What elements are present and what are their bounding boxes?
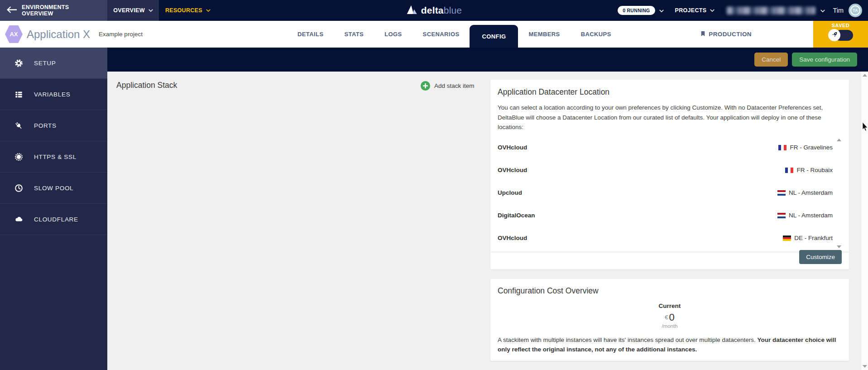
location-name: NL - Amsterdam: [789, 212, 833, 219]
chevron-down-icon: [710, 7, 715, 14]
plug-icon: [14, 121, 24, 130]
config-sidebar: SETUP VARIABLES PORTS HTTPS & SSL SLOW P…: [0, 48, 107, 370]
location-row[interactable]: OVHcloud FR - Gravelines: [498, 136, 833, 159]
brand-blue: blue: [444, 5, 462, 15]
user-initials: TA: [850, 5, 860, 15]
location-row[interactable]: OVHcloud DE - Frankfurt: [498, 227, 833, 250]
sidebar-item-variables[interactable]: VARIABLES: [0, 79, 107, 110]
deltablue-logo: deltablue: [406, 5, 462, 16]
tab-config[interactable]: CONFIG: [470, 25, 518, 48]
overview-menu[interactable]: OVERVIEW: [107, 0, 159, 21]
list-scroll-up-arrow-icon[interactable]: [837, 139, 841, 141]
location-row[interactable]: OVHcloud FR - Roubaix: [498, 159, 833, 182]
resources-menu[interactable]: RESOURCES: [165, 7, 211, 14]
app-name: Application X: [27, 28, 90, 41]
application-stack-title: Application Stack: [116, 81, 177, 90]
cloud-icon: [14, 215, 24, 224]
datacenter-card-title: Application Datacenter Location: [498, 87, 842, 97]
provider-name: OVHcloud: [498, 167, 527, 173]
location-name: FR - Roubaix: [796, 167, 833, 173]
overview-label: OVERVIEW: [113, 7, 145, 14]
certificate-icon: [14, 153, 24, 161]
top-nav: ENVIRONMENTS OVERVIEW OVERVIEW RESOURCES…: [0, 0, 868, 21]
deltablue-triangle-icon: [406, 5, 417, 16]
location-row[interactable]: Upcloud NL - Amsterdam: [498, 182, 833, 204]
chevron-down-icon: [659, 6, 664, 14]
datacenter-card-description: You can select a location according to y…: [498, 103, 842, 132]
saved-label: SAVED: [813, 23, 868, 28]
scrollbar-down-arrow-icon[interactable]: [863, 365, 867, 368]
running-status-menu[interactable]: 0 RUNNING: [618, 6, 663, 15]
sidebar-item-label: VARIABLES: [34, 91, 70, 98]
sidebar-item-label: SETUP: [34, 60, 56, 67]
sidebar-item-slow-pool[interactable]: SLOW POOL: [0, 173, 107, 204]
project-name: Example project: [99, 31, 143, 38]
configuration-cost-card: Configuration Cost Overview Current €0 /…: [490, 279, 849, 361]
scrollbar-up-arrow-icon[interactable]: [863, 74, 867, 77]
sidebar-item-https-ssl[interactable]: HTTPS & SSL: [0, 141, 107, 173]
save-configuration-button[interactable]: Save configuration: [792, 53, 857, 67]
cost-summary: Current €0 /month: [498, 303, 842, 329]
provider-name: DigitalOcean: [498, 212, 535, 219]
cost-period: /month: [498, 323, 842, 329]
cost-note-normal: A stackitem with multiple instances will…: [498, 336, 758, 343]
sidebar-item-label: CLOUDFLARE: [34, 216, 78, 223]
app-tabs: DETAILS STATS LOGS SCENARIOS CONFIG MEMB…: [287, 21, 622, 48]
currency-symbol: €: [665, 314, 668, 321]
clock-icon: [14, 184, 24, 192]
plus-icon: [421, 81, 430, 91]
top-nav-right: 0 RUNNING PROJECTS Tim TA: [618, 4, 868, 17]
sidebar-item-ports[interactable]: PORTS: [0, 110, 107, 141]
sidebar-item-setup[interactable]: SETUP: [0, 48, 107, 79]
user-avatar[interactable]: TA: [849, 4, 862, 17]
projects-menu[interactable]: PROJECTS: [675, 7, 715, 14]
sidebar-item-cloudflare[interactable]: CLOUDFLARE: [0, 204, 107, 235]
tab-scenarios[interactable]: SCENARIOS: [412, 21, 470, 48]
tab-backups[interactable]: BACKUPS: [571, 21, 622, 48]
provider-name: Upcloud: [498, 189, 522, 196]
tab-members[interactable]: MEMBERS: [518, 21, 570, 48]
location-name: DE - Frankfurt: [794, 235, 833, 241]
user-name: Tim: [833, 7, 844, 14]
list-scroll-down-arrow-icon[interactable]: [837, 245, 841, 248]
deploy-toggle[interactable]: [828, 29, 853, 41]
production-label: PRODUCTION: [709, 31, 752, 38]
toggle-knob: [828, 29, 840, 41]
main-content: Application Stack Add stack item Applica…: [107, 72, 868, 370]
chevron-down-icon: [820, 6, 825, 14]
list-divider: [490, 252, 849, 252]
cost-card-title: Configuration Cost Overview: [498, 286, 842, 296]
add-stack-item-button[interactable]: Add stack item: [421, 81, 475, 91]
saved-status-box: SAVED: [813, 21, 868, 48]
customize-button[interactable]: Customize: [799, 250, 842, 264]
rocket-icon: [829, 29, 840, 40]
sidebar-item-label: SLOW POOL: [34, 185, 73, 192]
environment-badge[interactable]: PRODUCTION: [700, 21, 752, 48]
brand-delta: delta: [421, 5, 444, 15]
cost-note: A stackitem with multiple instances will…: [498, 336, 842, 355]
app-header-bar: AX Application X Example project DETAILS…: [0, 21, 813, 48]
list-icon: [14, 90, 24, 99]
flag-nl-icon: [777, 190, 786, 196]
provider-name: OVHcloud: [498, 235, 527, 241]
tab-stats[interactable]: STATS: [334, 21, 374, 48]
location-name: FR - Gravelines: [790, 144, 833, 151]
location-name: NL - Amsterdam: [789, 189, 833, 196]
tab-logs[interactable]: LOGS: [374, 21, 412, 48]
datacenter-location-card: Application Datacenter Location You can …: [490, 80, 849, 269]
environments-overview-label: ENVIRONMENTS OVERVIEW: [22, 4, 101, 17]
location-row[interactable]: DigitalOcean NL - Amsterdam: [498, 204, 833, 227]
flag-fr-icon: [778, 145, 786, 150]
back-arrow-icon: [7, 6, 17, 14]
config-action-toolbar: Cancel Save configuration: [107, 48, 868, 72]
environments-overview-button[interactable]: ENVIRONMENTS OVERVIEW: [0, 0, 107, 21]
cancel-button[interactable]: Cancel: [754, 53, 788, 67]
tab-details[interactable]: DETAILS: [287, 21, 334, 48]
flag-de-icon: [783, 235, 791, 241]
sidebar-item-label: PORTS: [34, 122, 57, 129]
vertical-scrollbar[interactable]: [861, 72, 868, 370]
add-stack-item-label: Add stack item: [434, 82, 475, 89]
organization-name-redacted[interactable]: [727, 7, 815, 14]
resources-label: RESOURCES: [165, 7, 202, 14]
gear-icon: [14, 59, 24, 67]
